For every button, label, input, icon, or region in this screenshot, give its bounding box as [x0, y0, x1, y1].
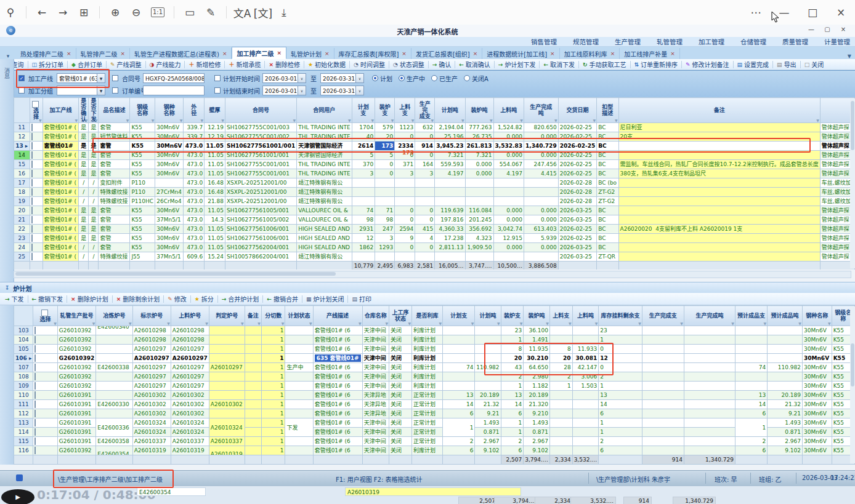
- menu-item-规范管理[interactable]: 规范管理: [573, 37, 599, 46]
- cell[interactable]: A26010298: [171, 326, 209, 335]
- cell[interactable]: 14: [599, 400, 642, 409]
- cell[interactable]: [475, 335, 501, 345]
- status-radio-关闭A[interactable]: 关闭A: [464, 74, 488, 83]
- cell[interactable]: [684, 400, 735, 409]
- cell[interactable]: 0.000: [524, 243, 558, 252]
- cell[interactable]: A26010297: [209, 363, 245, 372]
- cell[interactable]: 套管: [99, 234, 130, 243]
- cell[interactable]: [549, 391, 572, 400]
- column-header-是否下发[interactable]: 是否 下发▼: [89, 98, 99, 123]
- tab-close-icon[interactable]: ×: [222, 50, 227, 57]
- cell[interactable]: 1: [599, 382, 642, 391]
- cell[interactable]: 天津钢管国际经济: [297, 151, 352, 160]
- row-select-cell[interactable]: [33, 428, 57, 437]
- cell[interactable]: SH10627755C001/001: [225, 160, 296, 169]
- cell[interactable]: 1.503: [572, 382, 599, 391]
- cell[interactable]: 64.650: [524, 363, 550, 372]
- table-row[interactable]: 19套管线01# (//特殊螺纹接P110HC26CrMo4473.021.88…: [14, 197, 855, 206]
- toolbar-button-关闭[interactable]: □关闭: [802, 60, 827, 69]
- cell[interactable]: [642, 428, 684, 437]
- menu-item-销售管理[interactable]: 销售管理: [531, 37, 557, 46]
- cell[interactable]: 天津异地: [362, 409, 389, 418]
- cell[interactable]: THL TRADING INTE: [297, 123, 352, 132]
- cell[interactable]: [768, 335, 803, 345]
- cell[interactable]: 13: [599, 391, 642, 400]
- tab-close-icon[interactable]: ×: [473, 50, 478, 57]
- column-header-blank[interactable]: [14, 306, 33, 326]
- toolbar-button-产线能力[interactable]: ◑产线能力: [147, 60, 184, 69]
- cell[interactable]: 25.196: [435, 132, 465, 142]
- filter-icon[interactable]: ▼: [554, 118, 557, 122]
- cell[interactable]: 12: [352, 234, 375, 243]
- cell[interactable]: G26010392: [57, 345, 96, 354]
- column-header-生产完成吨[interactable]: 生产完成 吨▼: [524, 98, 558, 123]
- filter-icon[interactable]: ▼: [201, 118, 204, 122]
- cell[interactable]: 30Mn6V: [155, 142, 184, 151]
- cell[interactable]: 靖江特殊钢有限公: [297, 252, 352, 262]
- filter-icon[interactable]: ▼: [293, 118, 296, 122]
- cell[interactable]: 套管: [99, 160, 130, 169]
- cell[interactable]: A26010319: [209, 446, 245, 455]
- cell[interactable]: G26010391: [57, 409, 96, 418]
- cell[interactable]: 9.210: [524, 409, 550, 418]
- cell[interactable]: [245, 437, 261, 446]
- cell[interactable]: G26010392: [57, 446, 96, 455]
- cell[interactable]: [549, 400, 572, 409]
- cell[interactable]: SH106277561006/001: [225, 225, 296, 234]
- group-checkbox[interactable]: [18, 87, 25, 94]
- cell[interactable]: [245, 372, 261, 382]
- cell[interactable]: [493, 178, 524, 188]
- maximize-icon[interactable]: □: [798, 6, 827, 18]
- cell[interactable]: 30Mn6V: [155, 169, 184, 178]
- cell[interactable]: 关闭: [389, 437, 412, 446]
- cell[interactable]: [524, 197, 558, 206]
- cell[interactable]: 98: [375, 215, 395, 225]
- cell[interactable]: 30Mn6V: [802, 409, 832, 418]
- cell[interactable]: 30Mn6V: [155, 160, 184, 169]
- cell[interactable]: 天津中间: [362, 437, 389, 446]
- table-row[interactable]: 24套管线01# (//套管K5530Mn6V473.011.05SH10627…: [14, 243, 855, 252]
- cell[interactable]: 是: [79, 132, 89, 142]
- row-select-cell[interactable]: [30, 169, 43, 178]
- tab-close-icon[interactable]: ×: [67, 50, 71, 57]
- cell[interactable]: 2026-03-25: [558, 252, 597, 262]
- table-row[interactable]: 104G26010392A26010298A260102981套管线01# (6…: [14, 335, 855, 345]
- start-to-picker[interactable]: 2026-03-31∨: [320, 73, 364, 84]
- menu-item-生产管理[interactable]: 生产管理: [615, 37, 641, 46]
- cell[interactable]: [642, 446, 684, 455]
- cell[interactable]: 74: [735, 363, 767, 372]
- crop-icon[interactable]: ▭: [179, 6, 200, 18]
- cell[interactable]: [375, 188, 395, 197]
- tab-加工线原料利库[interactable]: 加工线原料利库×: [560, 48, 620, 59]
- cell[interactable]: 16.48: [205, 188, 225, 197]
- cell[interactable]: 套管线01# (6: [313, 428, 362, 437]
- cell[interactable]: A26010297: [132, 354, 171, 363]
- row-checkbox[interactable]: [31, 188, 33, 196]
- cell[interactable]: [415, 188, 435, 197]
- cell[interactable]: K55: [130, 132, 155, 142]
- cell[interactable]: 0: [599, 363, 642, 372]
- cell[interactable]: 1: [261, 437, 285, 446]
- cell[interactable]: [245, 363, 261, 372]
- cell[interactable]: VALLOUREC OIL &: [297, 206, 352, 215]
- cell[interactable]: [245, 354, 261, 363]
- cell[interactable]: [572, 400, 599, 409]
- filter-icon[interactable]: ▼: [520, 118, 523, 122]
- filter-icon[interactable]: ▼: [431, 118, 434, 122]
- cell[interactable]: 短节管体料: [99, 132, 130, 142]
- cell[interactable]: 473.0: [184, 188, 205, 197]
- cell[interactable]: 0: [599, 345, 642, 354]
- cell[interactable]: [524, 252, 558, 262]
- filter-icon[interactable]: ▼: [680, 321, 683, 326]
- cell[interactable]: 2026-02-25: [558, 142, 597, 151]
- table-row[interactable]: 18套管线01# (//特殊螺纹接P11027CrMn4473.016.48XS…: [14, 188, 855, 197]
- table-row[interactable]: 107G26010392E42600338A26010297A26010297A…: [14, 363, 855, 372]
- cell[interactable]: 天津钢管国际经济: [297, 142, 352, 151]
- row-checkbox[interactable]: [34, 401, 36, 408]
- cell[interactable]: 靖江特殊钢有限公: [297, 178, 352, 188]
- cell[interactable]: [493, 188, 524, 197]
- cell[interactable]: [549, 335, 572, 345]
- cell[interactable]: 套管线01# (6: [313, 363, 362, 372]
- cell[interactable]: 套管线01# (6: [313, 418, 362, 428]
- cell[interactable]: 74: [443, 363, 475, 372]
